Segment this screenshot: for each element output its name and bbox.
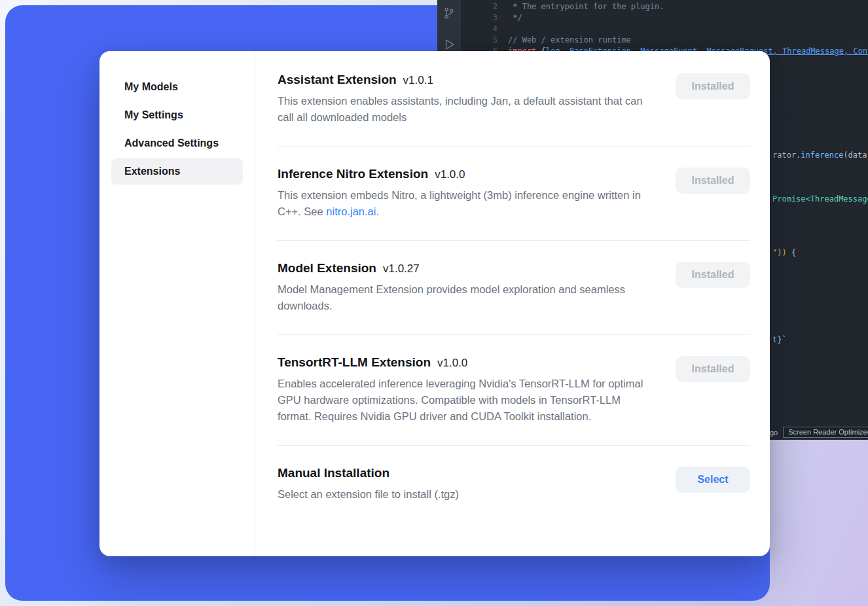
installed-button[interactable]: Installed (676, 73, 750, 99)
code-fragment: t}` (772, 335, 787, 344)
extension-version: v1.0.1 (403, 74, 433, 87)
installed-button[interactable]: Installed (676, 168, 750, 194)
editor-status-row: go Screen Reader Optimized (770, 427, 868, 438)
extension-version: v1.0.0 (437, 357, 467, 370)
extension-section-model: Model Extension v1.0.27 Model Management… (278, 241, 750, 335)
code-lines: 2 * The entrypoint for the plugin. 3 */ … (461, 1, 868, 57)
installed-button[interactable]: Installed (676, 262, 750, 288)
sidebar-item-extensions[interactable]: Extensions (111, 158, 243, 185)
extension-title: Inference Nitro Extension (278, 167, 428, 181)
sidebar-item-my-settings[interactable]: My Settings (111, 102, 243, 128)
extension-description: Enables accelerated inference leveraging… (278, 376, 656, 425)
code-fragment: rator.inference(data)); (772, 151, 868, 160)
extension-description: Model Management Extension provides mode… (278, 281, 656, 314)
extension-section-assistant: Assistant Extension v1.0.1 This extensio… (278, 51, 750, 147)
code-line: 2 * The entrypoint for the plugin. (461, 1, 868, 12)
code-line: 3 */ (461, 12, 868, 24)
select-file-button[interactable]: Select (676, 467, 750, 493)
line-number: 5 (461, 35, 508, 46)
sidebar-item-my-models[interactable]: My Models (111, 74, 243, 100)
extension-title: Model Extension (278, 261, 376, 276)
line-number: 4 (461, 24, 508, 35)
code-line: 5 // Web / extension runtime (461, 35, 868, 46)
line-number: 3 (461, 12, 508, 24)
manual-installation-title: Manual Installation (278, 466, 389, 480)
line-number: 2 (461, 1, 508, 12)
extension-version: v1.0.27 (383, 262, 420, 276)
extension-title: Assistant Extension (278, 73, 397, 87)
extension-section-tensorrt: TensortRT-LLM Extension v1.0.0 Enables a… (278, 335, 750, 446)
settings-sidebar: My Models My Settings Advanced Settings … (99, 51, 255, 556)
settings-modal: My Models My Settings Advanced Settings … (99, 51, 770, 556)
code-fragment: ")) { (772, 248, 796, 257)
screen-reader-status-badge[interactable]: Screen Reader Optimized (783, 427, 868, 438)
code-text: */ (508, 12, 522, 24)
manual-installation-description: Select an extension file to install (.tg… (278, 486, 459, 503)
extension-version: v1.0.0 (435, 168, 465, 181)
extensions-panel: Assistant Extension v1.0.1 This extensio… (255, 51, 770, 556)
sidebar-item-advanced-settings[interactable]: Advanced Settings (111, 130, 243, 156)
extension-section-nitro: Inference Nitro Extension v1.0.0 This ex… (278, 147, 750, 241)
code-line: 4 (461, 24, 868, 35)
git-branch-icon[interactable] (443, 7, 456, 20)
code-text: // Web / extension runtime (508, 35, 631, 46)
run-debug-icon[interactable] (443, 38, 456, 51)
manual-installation-section: Manual Installation Select an extension … (278, 446, 750, 523)
nitro-jan-ai-link[interactable]: nitro.jan.ai. (326, 205, 379, 217)
status-text: go (770, 429, 778, 437)
extension-title: TensortRT-LLM Extension (278, 355, 431, 370)
installed-button[interactable]: Installed (676, 356, 750, 382)
extension-description: This extension enables assistants, inclu… (278, 93, 656, 126)
code-fragment: Promise<ThreadMessage> (772, 194, 868, 204)
extension-description: This extension embeds Nitro, a lightweig… (278, 187, 656, 220)
code-text: * The entrypoint for the plugin. (508, 1, 664, 12)
